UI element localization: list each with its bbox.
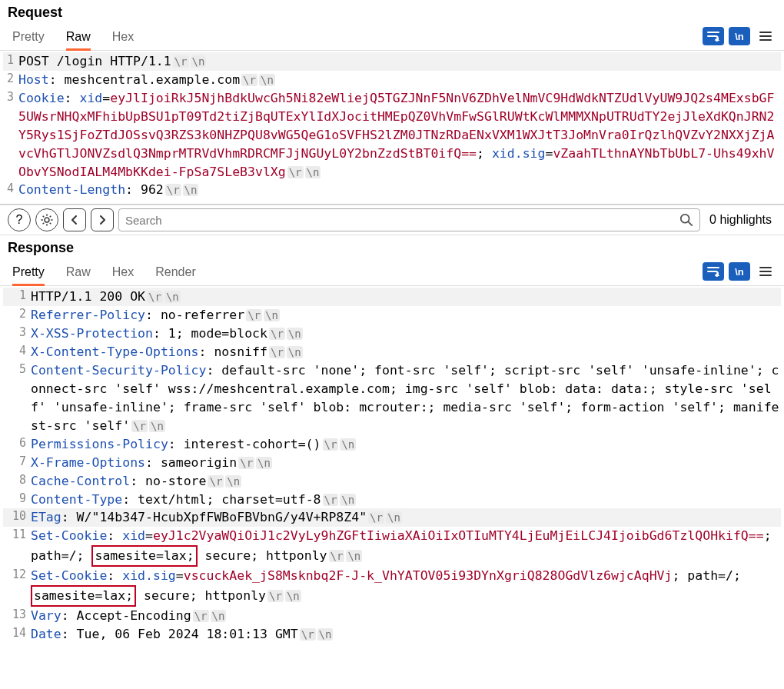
line-content[interactable]: HTTP/1.1 200 OK\r\n <box>31 288 781 306</box>
code-line[interactable]: 10ETag: W/"14b347-HcubXpfFWBoFBVbnG/y4V+… <box>3 508 781 527</box>
tab-raw[interactable]: Raw <box>66 25 91 50</box>
response-code[interactable]: 1HTTP/1.1 200 OK\r\n2Referrer-Policy: no… <box>0 286 784 648</box>
wrap-icon[interactable] <box>703 27 724 45</box>
search-input[interactable] <box>125 214 679 227</box>
crlf-marker: \r <box>323 438 339 451</box>
line-number: 4 <box>3 343 31 360</box>
search-icon[interactable] <box>679 213 693 227</box>
code-line[interactable]: 14Date: Tue, 06 Feb 2024 18:01:13 GMT\r\… <box>3 625 781 644</box>
line-content[interactable]: Set-Cookie: xid=eyJ1c2VyaWQiOiJ1c2VyLy9h… <box>31 527 781 567</box>
tab-pretty[interactable]: Pretty <box>12 261 45 285</box>
line-content[interactable]: Permissions-Policy: interest-cohort=()\r… <box>31 435 781 454</box>
text: POST /login HTTP/1.1 <box>18 54 171 68</box>
line-content[interactable]: Cookie: xid=eyJlIjoiRkJ5NjhBdkUwcGh5Ni82… <box>18 89 781 181</box>
crlf-marker: \r <box>165 184 181 196</box>
text: : text/html; charset=utf-8 <box>122 492 321 507</box>
text: : Tue, 06 Feb 2024 18:01:13 GMT <box>61 627 298 641</box>
text: : no-referrer <box>145 308 244 322</box>
line-content[interactable]: ETag: W/"14b347-HcubXpfFWBoFBVbnG/y4V+RP… <box>31 508 781 527</box>
code-line[interactable]: 1POST /login HTTP/1.1\r\n <box>3 52 781 71</box>
tab-hex[interactable]: Hex <box>112 25 134 50</box>
line-content[interactable]: X-XSS-Protection: 1; mode=block\r\n <box>31 325 781 343</box>
line-content[interactable]: X-Frame-Options: sameorigin\r\n <box>31 454 781 472</box>
crlf-marker: \n <box>256 457 272 469</box>
crlf-marker: \n <box>287 346 303 358</box>
text: : 1; mode=block <box>153 326 267 341</box>
crlf-marker: \n <box>259 74 275 86</box>
request-code[interactable]: 1POST /login HTTP/1.1\r\n2Host: meshcent… <box>0 51 784 204</box>
code-line[interactable]: 2Referrer-Policy: no-referrer\r\n <box>3 306 781 325</box>
code-line[interactable]: 12Set-Cookie: xid.sig=vscuckAek_jS8Msknb… <box>3 567 781 607</box>
header-name: Cache-Control <box>31 474 130 488</box>
header-name: Content-Security-Policy <box>31 363 206 378</box>
text: : meshcentral.example.com <box>49 72 240 87</box>
search-box[interactable] <box>118 208 700 231</box>
text: : sameorigin <box>145 455 237 470</box>
crlf-marker: \n <box>264 309 280 321</box>
code-line[interactable]: 3Cookie: xid=eyJlIjoiRkJ5NjhBdkUwcGh5Ni8… <box>3 89 781 181</box>
crlf-marker: \n <box>386 511 402 524</box>
line-content[interactable]: Date: Tue, 06 Feb 2024 18:01:13 GMT\r\n <box>31 625 781 644</box>
crlf-marker: \n <box>305 166 321 178</box>
code-line[interactable]: 9Content-Type: text/html; charset=utf-8\… <box>3 491 781 509</box>
code-line[interactable]: 2Host: meshcentral.example.com\r\n <box>3 71 781 89</box>
code-line[interactable]: 13Vary: Accept-Encoding\r\n <box>3 607 781 625</box>
gear-icon[interactable] <box>35 208 58 231</box>
line-content[interactable]: Content-Type: text/html; charset=utf-8\r… <box>31 491 781 509</box>
text: = <box>176 568 184 583</box>
cookie-name: xid.sig <box>492 146 546 161</box>
next-arrow-icon[interactable] <box>91 208 114 231</box>
help-icon[interactable]: ? <box>8 208 31 231</box>
code-line[interactable]: 7X-Frame-Options: sameorigin\r\n <box>3 454 781 472</box>
tab-hex[interactable]: Hex <box>112 261 134 285</box>
line-content[interactable]: Cache-Control: no-store\r\n <box>31 472 781 491</box>
line-content[interactable]: Content-Length: 962\r\n <box>18 181 781 199</box>
crlf-marker: \r <box>323 494 339 506</box>
nl-icon[interactable]: \n <box>729 27 750 45</box>
menu-icon[interactable] <box>755 27 776 45</box>
code-line[interactable]: 11Set-Cookie: xid=eyJ1c2VyaWQiOiJ1c2VyLy… <box>3 527 781 567</box>
text: HTTP/1.1 200 OK <box>31 289 145 304</box>
code-line[interactable]: 8Cache-Control: no-store\r\n <box>3 472 781 491</box>
header-name: X-XSS-Protection <box>31 326 153 341</box>
wrap-icon[interactable] <box>703 262 724 281</box>
line-content[interactable]: X-Content-Type-Options: nosniff\r\n <box>31 343 781 361</box>
crlf-marker: \r <box>269 346 285 358</box>
code-line[interactable]: 4X-Content-Type-Options: nosniff\r\n <box>3 343 781 361</box>
text: ; path=/; <box>672 568 740 583</box>
code-line[interactable]: 1HTTP/1.1 200 OK\r\n <box>3 288 781 306</box>
code-line[interactable]: 6Permissions-Policy: interest-cohort=()\… <box>3 435 781 454</box>
text: : W/"14b347-HcubXpfFWBoFBVbnG/y4V+RP8Z4" <box>61 510 367 524</box>
text: secure; httponly <box>136 588 266 603</box>
line-content[interactable]: Vary: Accept-Encoding\r\n <box>31 607 781 625</box>
line-number: 1 <box>3 288 31 305</box>
crlf-marker: \r <box>246 309 262 321</box>
crlf-marker: \r <box>238 457 254 469</box>
prev-arrow-icon[interactable] <box>63 208 86 231</box>
crlf-marker: \r <box>287 166 304 178</box>
crlf-marker: \r <box>300 628 316 641</box>
crlf-marker: \n <box>346 550 362 562</box>
line-content[interactable]: Content-Security-Policy: default-src 'no… <box>31 361 781 435</box>
nl-icon[interactable]: \n <box>729 262 750 281</box>
line-content[interactable]: POST /login HTTP/1.1\r\n <box>18 52 781 71</box>
line-number: 10 <box>3 508 31 525</box>
crlf-marker: \n <box>211 610 227 622</box>
code-line[interactable]: 4Content-Length: 962\r\n <box>3 181 781 199</box>
tab-raw[interactable]: Raw <box>66 261 91 285</box>
text: = <box>145 528 153 543</box>
request-title: Request <box>0 0 784 25</box>
crlf-marker: \r <box>269 328 285 340</box>
line-content[interactable]: Host: meshcentral.example.com\r\n <box>18 71 781 89</box>
tab-render[interactable]: Render <box>155 261 195 285</box>
crlf-marker: \r <box>147 291 163 303</box>
line-content[interactable]: Referrer-Policy: no-referrer\r\n <box>31 306 781 325</box>
line-number: 12 <box>3 567 31 584</box>
code-line[interactable]: 5Content-Security-Policy: default-src 'n… <box>3 361 781 435</box>
line-content[interactable]: Set-Cookie: xid.sig=vscuckAek_jS8Msknbq2… <box>31 567 781 607</box>
crlf-marker: \n <box>183 184 199 196</box>
code-line[interactable]: 3X-XSS-Protection: 1; mode=block\r\n <box>3 325 781 343</box>
tab-pretty[interactable]: Pretty <box>12 25 45 50</box>
header-name: Set-Cookie <box>31 528 107 543</box>
menu-icon[interactable] <box>755 262 776 281</box>
